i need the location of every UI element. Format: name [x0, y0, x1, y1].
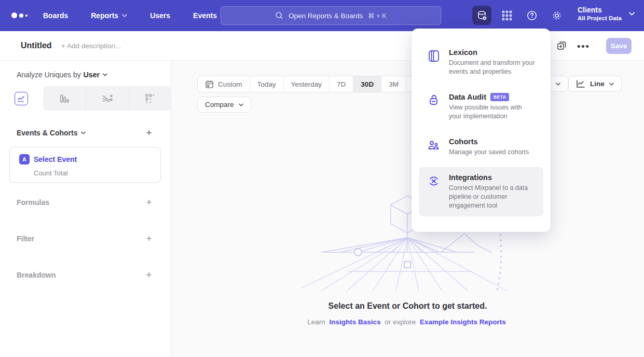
range-custom[interactable]: Custom [198, 76, 250, 92]
event-letter-badge: A [19, 154, 30, 164]
help-icon [526, 10, 538, 21]
range-today[interactable]: Today [250, 76, 283, 92]
add-breakdown-button[interactable]: + [144, 270, 154, 280]
help-button[interactable] [522, 6, 541, 25]
top-nav: Boards Reports Users Events Open Reports… [0, 0, 644, 31]
report-title[interactable]: Untitled [21, 41, 52, 50]
search-placeholder: Open Reports & Boards [289, 12, 363, 20]
tab-metric-grid[interactable] [129, 86, 172, 111]
chevron-down-icon [239, 103, 243, 106]
data-management-menu: Lexicon Document and transform your even… [412, 29, 551, 232]
chevron-down-icon [556, 83, 560, 86]
learn-prefix: Learn [307, 318, 325, 326]
tab-bar-chart[interactable] [43, 86, 86, 111]
nav-events[interactable]: Events [193, 11, 217, 20]
flow-icon [102, 94, 113, 103]
line-chart-icon [17, 94, 25, 103]
range-7d[interactable]: 7D [329, 76, 353, 92]
project-name: Clients [578, 5, 622, 15]
analyze-unit-dropdown[interactable]: User [84, 71, 107, 79]
or-explore-text: or explore [385, 318, 416, 326]
event-row-card[interactable]: A Select Event Count Total [9, 147, 161, 183]
menu-item-lexicon[interactable]: Lexicon Document and transform your even… [419, 42, 543, 83]
settings-button[interactable] [547, 6, 566, 25]
formulas-header: Formulas [17, 198, 49, 207]
project-scope: All Project Data [578, 15, 622, 22]
chevron-down-icon [122, 14, 127, 17]
data-management-button[interactable] [472, 6, 491, 25]
apps-grid-button[interactable] [497, 6, 516, 25]
primary-nav: Boards Reports Users Events [43, 0, 217, 31]
bar-chart-icon [59, 93, 70, 104]
empty-state-title: Select an Event or Cohort to get started… [171, 301, 644, 311]
tab-flow-chart[interactable] [86, 86, 129, 111]
report-canvas: Custom Today Yesterday 7D 30D 3M 6M Comp… [171, 61, 644, 357]
count-total-dropdown[interactable]: Count Total [34, 169, 68, 177]
duplicate-button[interactable] [556, 40, 567, 53]
nav-boards[interactable]: Boards [43, 11, 68, 20]
query-builder-sidebar: Analyze Uniques by User [0, 61, 171, 357]
search-input[interactable]: Open Reports & Boards ⌘ + K [221, 6, 441, 25]
events-cohorts-header[interactable]: Events & Cohorts [17, 129, 86, 137]
data-audit-icon [427, 94, 441, 107]
calendar-icon [205, 80, 214, 89]
apps-grid-icon [501, 10, 513, 21]
range-3m[interactable]: 3M [381, 76, 406, 92]
more-options-button[interactable]: ••• [577, 37, 590, 56]
date-range-control: Custom Today Yesterday 7D 30D 3M 6M [197, 76, 431, 92]
cohorts-icon [427, 139, 441, 152]
add-filter-button[interactable]: + [144, 234, 154, 244]
line-chart-icon [576, 80, 585, 88]
add-formula-button[interactable]: + [144, 197, 154, 208]
database-gear-icon [476, 10, 488, 21]
duplicate-icon [556, 40, 567, 51]
nav-reports[interactable]: Reports [91, 11, 127, 20]
nav-users[interactable]: Users [150, 11, 170, 20]
lexicon-icon [427, 49, 441, 63]
compare-dropdown[interactable]: Compare [197, 97, 251, 113]
filter-header: Filter [17, 235, 34, 243]
chart-type-dropdown[interactable]: Line [568, 76, 622, 92]
analyze-label: Analyze Uniques by [17, 71, 81, 79]
beta-badge: BETA [490, 93, 510, 101]
gear-icon [551, 10, 563, 21]
insights-basics-link[interactable]: Insights Basics [329, 318, 380, 326]
mixpanel-logo[interactable] [11, 12, 28, 18]
empty-state-subtitle: Learn Insights Basics or explore Example… [171, 318, 644, 326]
menu-item-integrations[interactable]: Integrations Connect Mixpanel to a data … [419, 167, 543, 216]
search-shortcut: ⌘ + K [368, 12, 387, 20]
tab-line-chart[interactable] [0, 86, 43, 111]
dot-grid-icon [145, 93, 155, 104]
save-button[interactable]: Save [606, 38, 632, 54]
add-event-button[interactable]: + [144, 128, 154, 138]
select-event-button[interactable]: Select Event [34, 155, 77, 163]
add-description-field[interactable]: + Add description... [61, 42, 121, 50]
breakdown-header: Breakdown [17, 271, 56, 279]
search-icon [275, 11, 283, 20]
project-switcher[interactable]: Clients All Project Data [578, 5, 635, 22]
chevron-down-icon [103, 73, 107, 76]
menu-item-data-audit[interactable]: Data Audit BETA View possible issues wit… [419, 87, 543, 127]
chevron-down-icon [81, 131, 86, 134]
chevron-down-icon [609, 83, 614, 86]
example-reports-link[interactable]: Example Insights Reports [420, 318, 506, 326]
range-yesterday[interactable]: Yesterday [283, 76, 330, 92]
chevron-down-icon [629, 12, 635, 16]
range-30d-selected[interactable]: 30D [353, 76, 381, 92]
chart-type-tabs [0, 86, 171, 111]
integrations-icon [427, 174, 441, 188]
menu-item-cohorts[interactable]: Cohorts Manage your saved cohorts [419, 131, 543, 163]
